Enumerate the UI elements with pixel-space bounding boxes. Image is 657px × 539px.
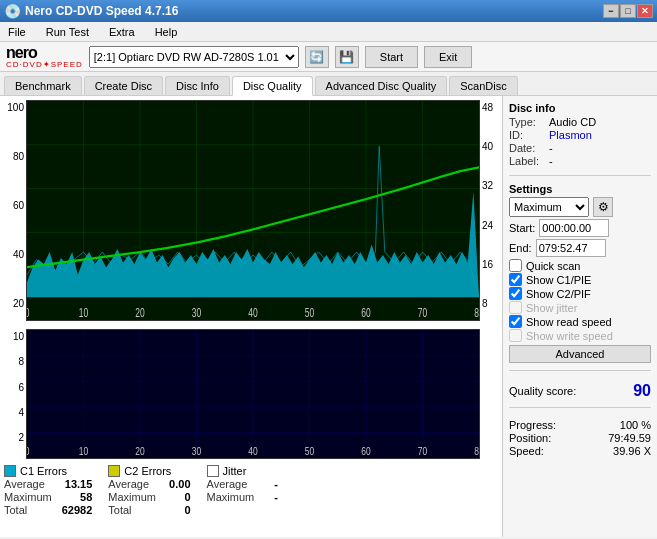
svg-text:10: 10: [79, 446, 88, 457]
show-c2-pif-row: Show C2/PIF: [509, 287, 651, 300]
show-c2-pif-checkbox[interactable]: [509, 287, 522, 300]
show-c1-pie-checkbox[interactable]: [509, 273, 522, 286]
position-row: Position: 79:49.59: [509, 432, 651, 444]
bottom-chart: 0 10 20 30 40 50 60 70 80: [26, 329, 480, 459]
reload-icon[interactable]: 🔄: [305, 46, 329, 68]
separator-2: [509, 370, 651, 371]
save-icon[interactable]: 💾: [335, 46, 359, 68]
show-write-speed-checkbox[interactable]: [509, 329, 522, 342]
svg-text:30: 30: [192, 446, 201, 457]
legend-c2-max-row: Maximum 0: [108, 491, 190, 503]
top-chart: 0 10 20 30 40 50 60 70 80: [26, 100, 480, 321]
top-chart-y-labels-right: 48 40 32 24 16 8: [480, 100, 498, 325]
nero-brand: nero: [6, 45, 83, 61]
show-jitter-checkbox[interactable]: [509, 301, 522, 314]
disc-label-value: -: [549, 155, 553, 167]
start-time-label: Start:: [509, 222, 535, 234]
tab-create-disc[interactable]: Create Disc: [84, 76, 163, 95]
settings-section: Settings Maximum ⚙ Start: End: Quick sca…: [509, 183, 651, 363]
drive-select[interactable]: [2:1] Optiarc DVD RW AD-7280S 1.01: [89, 46, 299, 68]
disc-info-title: Disc info: [509, 102, 651, 114]
svg-text:70: 70: [418, 305, 427, 319]
tab-benchmark[interactable]: Benchmark: [4, 76, 82, 95]
menu-extra[interactable]: Extra: [105, 24, 139, 40]
legend-c2-icon: [108, 465, 120, 477]
exit-button[interactable]: Exit: [424, 46, 472, 68]
legend-c2-total-row: Total 0: [108, 504, 190, 516]
bottom-chart-right-spacer: [480, 329, 498, 459]
svg-text:60: 60: [361, 446, 370, 457]
legend-jitter: Jitter Average - Maximum -: [207, 465, 278, 531]
speed-value: 39.96 X: [613, 445, 651, 457]
show-jitter-label: Show jitter: [526, 302, 577, 314]
legend-jitter-label: Jitter: [223, 465, 247, 477]
separator-3: [509, 407, 651, 408]
disc-date-label: Date:: [509, 142, 545, 154]
svg-text:0: 0: [27, 446, 29, 457]
svg-text:50: 50: [305, 446, 314, 457]
svg-text:50: 50: [305, 305, 314, 319]
menu-file[interactable]: File: [4, 24, 30, 40]
top-chart-svg: 0 10 20 30 40 50 60 70 80: [27, 101, 479, 320]
quality-score-value: 90: [633, 382, 651, 400]
quick-scan-label: Quick scan: [526, 260, 580, 272]
separator-1: [509, 175, 651, 176]
start-time-row: Start:: [509, 219, 651, 237]
top-chart-y-labels-left: 100 80 60 40 20: [4, 100, 26, 325]
bottom-chart-y-labels: 10 8 6 4 2: [4, 329, 26, 459]
disc-id-row: ID: Plasmon: [509, 129, 651, 141]
progress-value: 100 %: [620, 419, 651, 431]
close-button[interactable]: ✕: [637, 4, 653, 18]
start-button[interactable]: Start: [365, 46, 418, 68]
start-time-input[interactable]: [539, 219, 609, 237]
maximize-button[interactable]: □: [620, 4, 636, 18]
show-read-speed-checkbox[interactable]: [509, 315, 522, 328]
legend-c1-average-row: Average 13.15: [4, 478, 92, 490]
end-time-input[interactable]: [536, 239, 606, 257]
right-panel: Disc info Type: Audio CD ID: Plasmon Dat…: [502, 96, 657, 537]
speed-row: Speed: 39.96 X: [509, 445, 651, 457]
title-bar: 💿 Nero CD-DVD Speed 4.7.16 − □ ✕: [0, 0, 657, 22]
legend-jitter-average-row: Average -: [207, 478, 278, 490]
disc-label-row: Label: -: [509, 155, 651, 167]
svg-text:60: 60: [361, 305, 370, 319]
speed-setting-row: Maximum ⚙: [509, 197, 651, 217]
legend-c2-label: C2 Errors: [124, 465, 171, 477]
tab-disc-quality[interactable]: Disc Quality: [232, 76, 313, 96]
tab-disc-info[interactable]: Disc Info: [165, 76, 230, 95]
progress-label: Progress:: [509, 419, 556, 431]
progress-section: Progress: 100 % Position: 79:49.59 Speed…: [509, 419, 651, 458]
legend-c1-header: C1 Errors: [4, 465, 92, 477]
legend-c1: C1 Errors Average 13.15 Maximum 58 Total…: [4, 465, 92, 531]
show-c1-pie-label: Show C1/PIE: [526, 274, 591, 286]
disc-type-value: Audio CD: [549, 116, 596, 128]
menu-help[interactable]: Help: [151, 24, 182, 40]
legend-jitter-icon: [207, 465, 219, 477]
tab-advanced-disc-quality[interactable]: Advanced Disc Quality: [315, 76, 448, 95]
nero-sub: CD·DVD✦SPEED: [6, 61, 83, 69]
speed-select[interactable]: Maximum: [509, 197, 589, 217]
svg-text:30: 30: [192, 305, 201, 319]
minimize-button[interactable]: −: [603, 4, 619, 18]
position-label: Position:: [509, 432, 551, 444]
disc-type-label: Type:: [509, 116, 545, 128]
tab-scandisc[interactable]: ScanDisc: [449, 76, 517, 95]
advanced-button[interactable]: Advanced: [509, 345, 651, 363]
toolbar: nero CD·DVD✦SPEED [2:1] Optiarc DVD RW A…: [0, 42, 657, 72]
legend-c1-icon: [4, 465, 16, 477]
main-content: 100 80 60 40 20: [0, 96, 657, 537]
svg-text:70: 70: [418, 446, 427, 457]
tabs-bar: Benchmark Create Disc Disc Info Disc Qua…: [0, 72, 657, 96]
quality-score-row: Quality score: 90: [509, 382, 651, 400]
show-read-speed-row: Show read speed: [509, 315, 651, 328]
end-time-row: End:: [509, 239, 651, 257]
disc-id-value: Plasmon: [549, 129, 592, 141]
menu-bar: File Run Test Extra Help: [0, 22, 657, 42]
quality-score-label: Quality score:: [509, 385, 576, 397]
quick-scan-checkbox[interactable]: [509, 259, 522, 272]
settings-icon[interactable]: ⚙: [593, 197, 613, 217]
position-value: 79:49.59: [608, 432, 651, 444]
show-c2-pif-label: Show C2/PIF: [526, 288, 591, 300]
speed-label: Speed:: [509, 445, 544, 457]
menu-run-test[interactable]: Run Test: [42, 24, 93, 40]
